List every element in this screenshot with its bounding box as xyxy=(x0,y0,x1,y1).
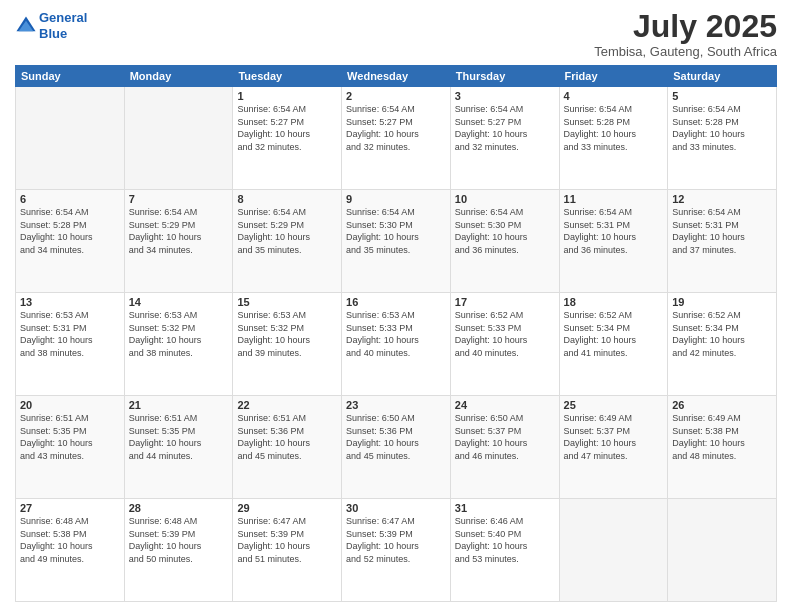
day-number: 6 xyxy=(20,193,120,205)
page: General Blue July 2025 Tembisa, Gauteng,… xyxy=(0,0,792,612)
day-info: Sunrise: 6:52 AM Sunset: 5:34 PM Dayligh… xyxy=(564,309,664,359)
day-number: 23 xyxy=(346,399,446,411)
day-header-thursday: Thursday xyxy=(450,66,559,87)
calendar-cell: 5Sunrise: 6:54 AM Sunset: 5:28 PM Daylig… xyxy=(668,87,777,190)
day-number: 13 xyxy=(20,296,120,308)
logo: General Blue xyxy=(15,10,87,41)
day-info: Sunrise: 6:48 AM Sunset: 5:38 PM Dayligh… xyxy=(20,515,120,565)
day-info: Sunrise: 6:47 AM Sunset: 5:39 PM Dayligh… xyxy=(346,515,446,565)
calendar-cell: 4Sunrise: 6:54 AM Sunset: 5:28 PM Daylig… xyxy=(559,87,668,190)
calendar-cell: 8Sunrise: 6:54 AM Sunset: 5:29 PM Daylig… xyxy=(233,190,342,293)
day-number: 24 xyxy=(455,399,555,411)
day-info: Sunrise: 6:53 AM Sunset: 5:31 PM Dayligh… xyxy=(20,309,120,359)
day-number: 3 xyxy=(455,90,555,102)
day-info: Sunrise: 6:51 AM Sunset: 5:35 PM Dayligh… xyxy=(20,412,120,462)
day-info: Sunrise: 6:53 AM Sunset: 5:32 PM Dayligh… xyxy=(129,309,229,359)
calendar-cell: 10Sunrise: 6:54 AM Sunset: 5:30 PM Dayli… xyxy=(450,190,559,293)
day-number: 28 xyxy=(129,502,229,514)
month-title: July 2025 xyxy=(594,10,777,42)
calendar-cell: 14Sunrise: 6:53 AM Sunset: 5:32 PM Dayli… xyxy=(124,293,233,396)
calendar-cell: 15Sunrise: 6:53 AM Sunset: 5:32 PM Dayli… xyxy=(233,293,342,396)
calendar-week-4: 20Sunrise: 6:51 AM Sunset: 5:35 PM Dayli… xyxy=(16,396,777,499)
calendar-cell: 21Sunrise: 6:51 AM Sunset: 5:35 PM Dayli… xyxy=(124,396,233,499)
calendar-cell: 23Sunrise: 6:50 AM Sunset: 5:36 PM Dayli… xyxy=(342,396,451,499)
calendar-cell: 24Sunrise: 6:50 AM Sunset: 5:37 PM Dayli… xyxy=(450,396,559,499)
day-number: 25 xyxy=(564,399,664,411)
day-header-sunday: Sunday xyxy=(16,66,125,87)
calendar-cell: 6Sunrise: 6:54 AM Sunset: 5:28 PM Daylig… xyxy=(16,190,125,293)
calendar-cell: 9Sunrise: 6:54 AM Sunset: 5:30 PM Daylig… xyxy=(342,190,451,293)
day-info: Sunrise: 6:49 AM Sunset: 5:37 PM Dayligh… xyxy=(564,412,664,462)
day-info: Sunrise: 6:46 AM Sunset: 5:40 PM Dayligh… xyxy=(455,515,555,565)
calendar-cell: 18Sunrise: 6:52 AM Sunset: 5:34 PM Dayli… xyxy=(559,293,668,396)
day-info: Sunrise: 6:49 AM Sunset: 5:38 PM Dayligh… xyxy=(672,412,772,462)
calendar-cell: 22Sunrise: 6:51 AM Sunset: 5:36 PM Dayli… xyxy=(233,396,342,499)
day-info: Sunrise: 6:47 AM Sunset: 5:39 PM Dayligh… xyxy=(237,515,337,565)
day-number: 11 xyxy=(564,193,664,205)
day-info: Sunrise: 6:54 AM Sunset: 5:31 PM Dayligh… xyxy=(672,206,772,256)
day-number: 1 xyxy=(237,90,337,102)
day-number: 10 xyxy=(455,193,555,205)
calendar-cell xyxy=(668,499,777,602)
calendar-cell: 27Sunrise: 6:48 AM Sunset: 5:38 PM Dayli… xyxy=(16,499,125,602)
day-number: 7 xyxy=(129,193,229,205)
day-info: Sunrise: 6:54 AM Sunset: 5:29 PM Dayligh… xyxy=(129,206,229,256)
calendar-cell: 30Sunrise: 6:47 AM Sunset: 5:39 PM Dayli… xyxy=(342,499,451,602)
day-info: Sunrise: 6:51 AM Sunset: 5:35 PM Dayligh… xyxy=(129,412,229,462)
day-header-monday: Monday xyxy=(124,66,233,87)
calendar-week-5: 27Sunrise: 6:48 AM Sunset: 5:38 PM Dayli… xyxy=(16,499,777,602)
day-info: Sunrise: 6:54 AM Sunset: 5:28 PM Dayligh… xyxy=(20,206,120,256)
calendar-cell: 25Sunrise: 6:49 AM Sunset: 5:37 PM Dayli… xyxy=(559,396,668,499)
day-number: 21 xyxy=(129,399,229,411)
calendar-cell: 26Sunrise: 6:49 AM Sunset: 5:38 PM Dayli… xyxy=(668,396,777,499)
day-header-saturday: Saturday xyxy=(668,66,777,87)
location-subtitle: Tembisa, Gauteng, South Africa xyxy=(594,44,777,59)
day-header-tuesday: Tuesday xyxy=(233,66,342,87)
day-info: Sunrise: 6:50 AM Sunset: 5:36 PM Dayligh… xyxy=(346,412,446,462)
day-info: Sunrise: 6:52 AM Sunset: 5:33 PM Dayligh… xyxy=(455,309,555,359)
day-info: Sunrise: 6:54 AM Sunset: 5:29 PM Dayligh… xyxy=(237,206,337,256)
calendar-week-1: 1Sunrise: 6:54 AM Sunset: 5:27 PM Daylig… xyxy=(16,87,777,190)
logo-text: General Blue xyxy=(39,10,87,41)
day-info: Sunrise: 6:53 AM Sunset: 5:33 PM Dayligh… xyxy=(346,309,446,359)
day-info: Sunrise: 6:54 AM Sunset: 5:27 PM Dayligh… xyxy=(455,103,555,153)
day-number: 2 xyxy=(346,90,446,102)
day-info: Sunrise: 6:52 AM Sunset: 5:34 PM Dayligh… xyxy=(672,309,772,359)
day-number: 15 xyxy=(237,296,337,308)
calendar-cell: 16Sunrise: 6:53 AM Sunset: 5:33 PM Dayli… xyxy=(342,293,451,396)
day-info: Sunrise: 6:54 AM Sunset: 5:30 PM Dayligh… xyxy=(455,206,555,256)
day-number: 9 xyxy=(346,193,446,205)
day-info: Sunrise: 6:50 AM Sunset: 5:37 PM Dayligh… xyxy=(455,412,555,462)
day-number: 30 xyxy=(346,502,446,514)
day-info: Sunrise: 6:54 AM Sunset: 5:27 PM Dayligh… xyxy=(346,103,446,153)
calendar-cell xyxy=(16,87,125,190)
calendar-cell xyxy=(124,87,233,190)
day-info: Sunrise: 6:54 AM Sunset: 5:27 PM Dayligh… xyxy=(237,103,337,153)
day-info: Sunrise: 6:51 AM Sunset: 5:36 PM Dayligh… xyxy=(237,412,337,462)
calendar-cell: 2Sunrise: 6:54 AM Sunset: 5:27 PM Daylig… xyxy=(342,87,451,190)
calendar-cell: 12Sunrise: 6:54 AM Sunset: 5:31 PM Dayli… xyxy=(668,190,777,293)
calendar-week-3: 13Sunrise: 6:53 AM Sunset: 5:31 PM Dayli… xyxy=(16,293,777,396)
day-number: 31 xyxy=(455,502,555,514)
logo-icon xyxy=(15,15,37,37)
day-header-wednesday: Wednesday xyxy=(342,66,451,87)
day-info: Sunrise: 6:54 AM Sunset: 5:28 PM Dayligh… xyxy=(564,103,664,153)
day-number: 4 xyxy=(564,90,664,102)
day-number: 17 xyxy=(455,296,555,308)
day-number: 26 xyxy=(672,399,772,411)
day-number: 29 xyxy=(237,502,337,514)
calendar-cell: 20Sunrise: 6:51 AM Sunset: 5:35 PM Dayli… xyxy=(16,396,125,499)
day-number: 5 xyxy=(672,90,772,102)
day-number: 27 xyxy=(20,502,120,514)
calendar-cell: 28Sunrise: 6:48 AM Sunset: 5:39 PM Dayli… xyxy=(124,499,233,602)
day-info: Sunrise: 6:54 AM Sunset: 5:30 PM Dayligh… xyxy=(346,206,446,256)
calendar-cell: 29Sunrise: 6:47 AM Sunset: 5:39 PM Dayli… xyxy=(233,499,342,602)
calendar-cell: 17Sunrise: 6:52 AM Sunset: 5:33 PM Dayli… xyxy=(450,293,559,396)
calendar-cell: 3Sunrise: 6:54 AM Sunset: 5:27 PM Daylig… xyxy=(450,87,559,190)
day-number: 14 xyxy=(129,296,229,308)
day-number: 16 xyxy=(346,296,446,308)
day-info: Sunrise: 6:53 AM Sunset: 5:32 PM Dayligh… xyxy=(237,309,337,359)
calendar-table: SundayMondayTuesdayWednesdayThursdayFrid… xyxy=(15,65,777,602)
day-number: 8 xyxy=(237,193,337,205)
calendar-header-row: SundayMondayTuesdayWednesdayThursdayFrid… xyxy=(16,66,777,87)
